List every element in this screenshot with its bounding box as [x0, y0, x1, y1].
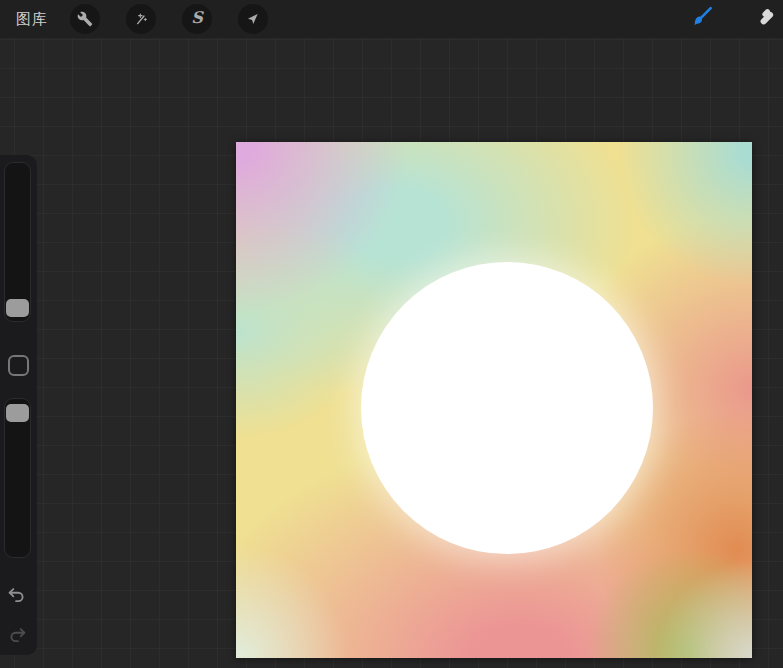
actions-button[interactable] [70, 4, 100, 34]
opacity-slider[interactable] [4, 398, 31, 558]
transform-arrow-icon [245, 11, 261, 27]
transform-button[interactable] [238, 4, 268, 34]
opacity-handle[interactable] [6, 404, 29, 422]
undo-arrow-icon [6, 584, 28, 610]
brush-size-handle[interactable] [6, 299, 29, 317]
selection-s-icon: S [191, 10, 203, 26]
smudge-tool-button[interactable] [753, 4, 783, 34]
redo-button[interactable] [5, 625, 29, 649]
brush-size-slider[interactable] [4, 162, 31, 322]
wrench-icon [77, 11, 93, 27]
brush-icon [689, 4, 715, 34]
gallery-button[interactable]: 图库 [16, 10, 48, 29]
smudge-finger-icon [755, 4, 781, 34]
adjustments-button[interactable] [126, 4, 156, 34]
white-circle-artwork [361, 262, 653, 554]
undo-button[interactable] [5, 585, 29, 609]
drawing-canvas[interactable] [236, 142, 752, 658]
selection-button[interactable]: S [182, 4, 212, 34]
modify-button[interactable] [8, 355, 29, 376]
magic-wand-icon [133, 11, 149, 27]
sidebar-panel [0, 155, 37, 655]
paint-tool-button[interactable] [687, 4, 717, 34]
redo-arrow-icon [6, 624, 28, 650]
top-toolbar: 图库 S [0, 0, 783, 38]
